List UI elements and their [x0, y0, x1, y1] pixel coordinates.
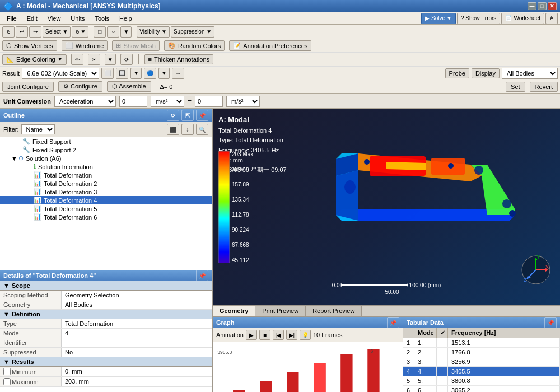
edge-tool-2[interactable]: ✂ — [88, 54, 100, 65]
annotation-prefs-button[interactable]: 📝 Annotation Preferences — [229, 40, 311, 51]
tab-report-preview[interactable]: Report Preview — [306, 306, 362, 316]
type-val[interactable]: Total Deformation — [62, 319, 212, 328]
tb-btn-suppression-dropdown[interactable]: Suppression ▼ — [171, 26, 214, 38]
outline-pin-button[interactable]: 📌 — [196, 110, 208, 121]
play-button[interactable]: ▶ — [246, 330, 257, 340]
frame-step-fwd[interactable]: ▶| — [286, 330, 297, 340]
set-button[interactable]: Set — [506, 82, 525, 92]
unit1-dropdown[interactable]: m/s² — [151, 96, 184, 107]
unit2-dropdown[interactable]: m/s² — [226, 96, 260, 107]
tb-btn-filter-dropdown[interactable]: ▼ — [120, 26, 132, 38]
menu-view[interactable]: View — [43, 14, 66, 23]
filter-dropdown[interactable]: Name — [21, 124, 55, 134]
pointer-button[interactable]: 🖱 — [545, 13, 558, 24]
display-button[interactable]: Display — [472, 68, 500, 78]
filter-btn-3[interactable]: 🔍 — [196, 124, 208, 135]
viewport[interactable]: A: Modal Total Deformation 4 Type: Total… — [213, 109, 560, 305]
configure-button[interactable]: ⚙ Configure — [58, 81, 102, 92]
tree-item-total-def-3[interactable]: 📊 Total Deformation 3 — [0, 188, 212, 196]
table-row-4[interactable]: 4 4. 3405.5 — [403, 367, 560, 376]
close-button[interactable]: ✕ — [548, 2, 557, 10]
menu-tools[interactable]: Tools — [90, 14, 114, 23]
result-mode-5[interactable]: ▼ — [158, 68, 170, 79]
filter-btn-2[interactable]: ↕ — [181, 124, 194, 135]
tree-item-solution-info[interactable]: ℹ Solution Information — [0, 162, 212, 171]
random-colors-button[interactable]: 🎨 Random Colors — [164, 40, 225, 51]
show-mesh-button[interactable]: ⊞ Show Mesh — [112, 40, 159, 51]
tree-item-total-def-5[interactable]: 📊 Total Deformation 5 — [0, 204, 212, 213]
show-vertices-label: Show Vertices — [14, 43, 53, 49]
bodies-dropdown[interactable]: All Bodies — [502, 68, 558, 79]
show-errors-button[interactable]: ? Show Errors — [457, 13, 500, 24]
unit-type-dropdown[interactable]: Acceleration — [54, 96, 116, 107]
mode-val[interactable]: 4. — [62, 329, 212, 338]
solve-button[interactable]: ▶ Solve ▼ — [421, 13, 456, 24]
result-mode-2[interactable]: 🔲 — [116, 68, 128, 79]
outline-expand-button[interactable]: ⇱ — [181, 110, 194, 121]
details-pin-button[interactable]: 📌 — [196, 270, 208, 281]
tb-btn-box[interactable]: □ — [94, 26, 106, 38]
revert-button[interactable]: Revert — [530, 82, 558, 92]
table-row-1[interactable]: 1 1. 1513.1 — [403, 338, 560, 348]
edge-coloring-button[interactable]: 📐 Edge Coloring ▼ — [2, 54, 67, 65]
assemble-button[interactable]: ⬡ Assemble — [107, 81, 151, 92]
tree-item-total-def-1[interactable]: 📊 Total Deformation — [0, 171, 212, 179]
result-mode-3[interactable]: ▼ — [130, 68, 142, 79]
tb-btn-sphere[interactable]: ○ — [107, 26, 119, 38]
joint-configure-button[interactable]: Joint Configure — [2, 82, 54, 92]
geometry-val[interactable]: All Bodies — [62, 300, 212, 309]
tree-item-total-def-4[interactable]: 📊 Total Deformation 4 — [0, 196, 212, 204]
tab-print-preview[interactable]: Print Preview — [255, 306, 306, 316]
result-scale-dropdown[interactable]: 6.6e-002 (Auto Scale) — [22, 68, 99, 79]
suppressed-val[interactable]: No — [62, 348, 212, 357]
edge-tool-1[interactable]: ✏ — [71, 54, 83, 65]
worksheet-button[interactable]: 📄 Worksheet — [501, 13, 544, 24]
outline-refresh-button[interactable]: ⟳ — [167, 110, 179, 121]
graph-pin-button[interactable]: 📌 — [387, 317, 399, 328]
result-mode-6[interactable]: → — [172, 68, 184, 79]
table-row-6[interactable]: 6 6. 3065.2 — [403, 386, 560, 392]
stop-button[interactable]: ■ — [259, 330, 270, 340]
tree-item-fixed-support-1[interactable]: 🔧 Fixed Support — [0, 137, 212, 146]
minimum-checkbox[interactable] — [3, 368, 11, 375]
menu-units[interactable]: Units — [66, 14, 89, 23]
tb-btn-select-dropdown[interactable]: Select ▼ — [43, 26, 71, 38]
scoping-method-val[interactable]: Geometry Selection — [62, 291, 212, 300]
tb-btn-cursor-dropdown[interactable]: 🖱▼ — [72, 26, 88, 38]
tree-item-solution-a6[interactable]: ▼ ⊕ Solution (A6) — [0, 154, 212, 162]
light-bulb-button[interactable]: 💡 — [300, 330, 311, 340]
identifier-val[interactable] — [62, 338, 212, 347]
show-vertices-button[interactable]: ⬡ Show Vertices — [2, 40, 57, 51]
tb-btn-2[interactable]: ↩ — [16, 26, 28, 38]
table-row-5[interactable]: 5 5. 3800.8 — [403, 376, 560, 386]
tree-item-fixed-support-2[interactable]: 🔧 Fixed Support 2 — [0, 146, 212, 154]
maximize-button[interactable]: □ — [538, 2, 547, 10]
edge-tool-4[interactable]: ⟳ — [120, 54, 133, 65]
tree-item-total-def-2[interactable]: 📊 Total Deformation 2 — [0, 179, 212, 188]
menu-edit[interactable]: Edit — [22, 14, 42, 23]
probe-button[interactable]: Probe — [445, 68, 469, 78]
menu-help[interactable]: Help — [115, 14, 137, 23]
filter-btn-1[interactable]: ⬛ — [167, 124, 179, 135]
tb-btn-1[interactable]: 🖱 — [2, 26, 15, 38]
tb-btn-visibility-dropdown[interactable]: Visibility ▼ — [137, 26, 170, 38]
minimize-button[interactable]: — — [528, 2, 536, 10]
unit-value1-input[interactable] — [119, 96, 147, 107]
menu-file[interactable]: File — [2, 14, 21, 23]
thicken-annotations-button[interactable]: ≡ Thicken Annotations — [144, 54, 214, 64]
maximum-checkbox[interactable] — [3, 378, 11, 385]
wireframe-button[interactable]: ⬜ Wireframe — [62, 40, 108, 51]
tb-btn-3[interactable]: ↪ — [29, 26, 41, 38]
table-row-3[interactable]: 3 3. 3256.9 — [403, 357, 560, 367]
result-mode-1[interactable]: ⬜ — [101, 68, 114, 79]
unit-value2-input[interactable] — [195, 96, 223, 107]
scroll-handle[interactable] — [553, 328, 560, 338]
table-row-2[interactable]: 2 2. 1766.8 — [403, 348, 560, 357]
result-mode-4[interactable]: 🔵 — [144, 68, 156, 79]
tab-geometry[interactable]: Geometry — [213, 306, 255, 316]
frame-step-back[interactable]: |◀ — [273, 330, 284, 340]
edge-tool-3[interactable]: ▼ — [105, 54, 116, 65]
sol-info-icon: ℹ — [34, 163, 36, 170]
tree-item-total-def-6[interactable]: 📊 Total Deformation 6 — [0, 213, 212, 221]
tabular-pin-button[interactable]: 📌 — [544, 317, 557, 328]
